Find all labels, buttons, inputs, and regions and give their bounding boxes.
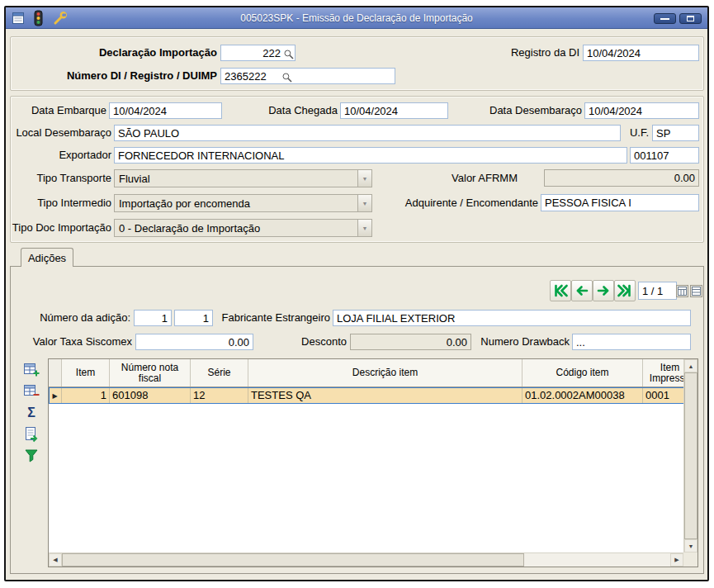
data-desembaraco-label: Data Desembaraço	[480, 104, 582, 117]
maximize-button[interactable]	[679, 13, 702, 24]
sigma-icon: Σ	[27, 405, 35, 420]
tipo-transporte-select[interactable]: Fluvial ▼	[114, 169, 372, 187]
window-title: 005023SPK - Emissão de Declaração de Imp…	[6, 12, 707, 24]
col-header-serie[interactable]: Série	[191, 359, 248, 386]
declaracao-importacao-label: Declaração Importação	[55, 46, 217, 59]
numero-drawback-field	[572, 334, 691, 350]
registro-da-di-input[interactable]	[583, 45, 699, 61]
scroll-up-icon[interactable]: ▲	[684, 359, 697, 372]
chevron-down-icon[interactable]: ▼	[357, 170, 371, 187]
data-embarque-input[interactable]	[109, 102, 222, 119]
scrollbar-corner	[683, 552, 697, 567]
data-chegada-input[interactable]	[340, 102, 448, 119]
search-icon[interactable]	[283, 49, 295, 60]
adquirente-field	[541, 194, 699, 211]
uf-field	[652, 125, 699, 141]
desconto-input[interactable]	[350, 334, 471, 350]
valor-taxa-siscomex-label: Valor Taxa Siscomex	[23, 335, 132, 349]
cell-serie[interactable]: 12	[191, 387, 248, 404]
tipo-intermedio-value: Importação por encomenda	[115, 197, 357, 210]
numero-adicao-input-2[interactable]	[174, 310, 213, 326]
tab-adicoes[interactable]: Adições	[21, 248, 73, 267]
table-icon	[692, 287, 701, 296]
search-icon[interactable]	[281, 72, 293, 83]
valor-afrmm-input[interactable]	[544, 169, 699, 187]
next-record-icon	[596, 283, 611, 298]
registro-da-di-field	[583, 45, 699, 61]
title-bar[interactable]: 005023SPK - Emissão de Declaração de Imp…	[6, 7, 707, 29]
chevron-down-icon[interactable]: ▼	[357, 195, 371, 211]
horizontal-scroll-thumb[interactable]	[62, 553, 524, 567]
col-header-codigo[interactable]: Código item	[522, 359, 643, 386]
tipo-intermedio-label: Tipo Intermedio	[27, 197, 111, 210]
local-desembaraco-input[interactable]	[114, 125, 621, 141]
valor-taxa-siscomex-input[interactable]	[135, 334, 253, 350]
add-row-button[interactable]	[22, 361, 40, 379]
cell-descricao[interactable]: TESTES QA	[248, 387, 522, 404]
local-desembaraco-field	[114, 125, 621, 141]
data-embarque-label: Data Embarque	[21, 104, 106, 117]
col-header-item[interactable]: Item	[62, 359, 110, 386]
table-row[interactable]: ▶ 1 601098 12 TESTES QA 01.02.0002AM0003…	[49, 387, 697, 404]
tipo-doc-importacao-label: Tipo Doc Importação	[8, 221, 111, 235]
uf-label: U.F.	[624, 126, 649, 140]
first-record-button[interactable]	[550, 280, 571, 301]
delete-row-button[interactable]	[22, 382, 40, 401]
grid-view-button[interactable]	[676, 285, 688, 297]
minimize-button[interactable]	[654, 13, 676, 24]
numero-adicao-input-1[interactable]	[134, 310, 172, 326]
data-chegada-label: Data Chegada	[253, 104, 338, 117]
cell-nota-fiscal[interactable]: 601098	[110, 387, 191, 404]
numero-di-field	[220, 68, 395, 84]
numero-drawback-input[interactable]	[572, 334, 691, 350]
scroll-left-icon[interactable]: ◀	[49, 553, 62, 567]
horizontal-scroll-track[interactable]	[524, 553, 670, 567]
grid-header: Item Número nota fiscal Série Descrição …	[49, 359, 697, 387]
tipo-intermedio-select[interactable]: Importação por encomenda ▼	[114, 194, 372, 212]
cell-codigo[interactable]: 01.02.0002AM00038	[522, 387, 643, 404]
uf-input[interactable]	[652, 125, 699, 141]
filter-button[interactable]	[22, 447, 40, 465]
chevron-down-icon[interactable]: ▼	[357, 220, 371, 236]
exportador-codigo-field	[630, 147, 699, 164]
tipo-transporte-value: Fluvial	[115, 173, 357, 185]
cell-item[interactable]: 1	[62, 387, 110, 404]
col-header-descricao[interactable]: Descrição item	[248, 359, 522, 386]
valor-taxa-siscomex-field	[135, 334, 253, 350]
tipo-doc-importacao-select[interactable]: 0 - Declaração de Importação ▼	[114, 219, 372, 237]
desconto-label: Desconto	[296, 335, 347, 349]
record-pager-field	[638, 282, 677, 300]
exportador-field	[114, 147, 627, 164]
next-record-button[interactable]	[593, 280, 614, 301]
scroll-down-icon[interactable]: ▼	[684, 539, 697, 552]
scroll-right-icon[interactable]: ▶	[670, 553, 683, 567]
valor-afrmm-label: Valor AFRMM	[433, 172, 518, 185]
vertical-scroll-thumb[interactable]	[684, 372, 697, 539]
exportador-codigo-input[interactable]	[630, 147, 699, 164]
record-pager-input[interactable]	[638, 282, 677, 300]
last-record-button[interactable]	[614, 280, 636, 301]
numero-drawback-label: Numero Drawback	[477, 335, 570, 349]
registro-da-di-label: Registro da DI	[494, 46, 579, 59]
fabricante-input[interactable]	[333, 310, 691, 326]
export-button[interactable]	[22, 425, 40, 443]
form-view-button[interactable]	[690, 285, 702, 297]
previous-record-button[interactable]	[571, 280, 593, 301]
numero-di-input[interactable]	[220, 68, 395, 84]
sum-button[interactable]: Σ	[22, 404, 40, 422]
tipo-transporte-label: Tipo Transporte	[27, 172, 111, 185]
last-record-icon	[617, 283, 632, 298]
row-indicator-header	[49, 359, 62, 386]
numero-adicao-field-1	[134, 310, 172, 326]
filter-funnel-icon	[23, 448, 40, 464]
data-desembaraco-input[interactable]	[584, 102, 699, 119]
fabricante-label: Fabricante Estrangeiro	[215, 311, 330, 325]
horizontal-scrollbar[interactable]: ◀ ▶	[49, 552, 683, 567]
exportador-input[interactable]	[114, 147, 627, 164]
vertical-scrollbar[interactable]: ▲ ▼	[683, 359, 697, 552]
first-record-icon	[553, 283, 568, 298]
adquirente-input[interactable]	[541, 194, 699, 211]
numero-adicao-label: Número da adição:	[30, 311, 130, 325]
col-header-nota-fiscal[interactable]: Número nota fiscal	[110, 359, 191, 386]
data-chegada-field	[340, 102, 448, 119]
